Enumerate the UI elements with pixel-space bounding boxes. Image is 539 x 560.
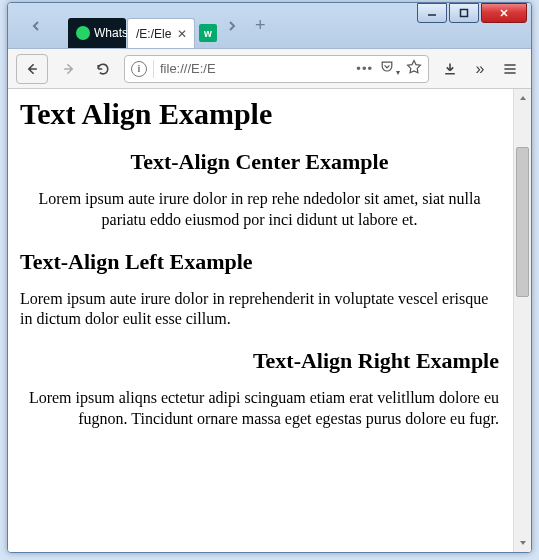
svg-rect-1 [461,10,468,17]
back-button[interactable] [16,54,48,84]
heading-left: Text-Align Left Example [20,249,499,275]
tab-w3schools[interactable]: w [196,18,220,48]
page-title: Text Align Example [20,97,499,131]
paragraph-right: Lorem ipsum aliqns ectetur adipi scingua… [20,388,499,430]
forward-button[interactable] [56,56,82,82]
url-text: file:///E:/E [160,61,350,76]
close-button[interactable] [481,3,527,23]
downloads-button[interactable] [437,56,463,82]
vertical-scrollbar[interactable] [513,89,531,552]
close-icon[interactable]: ✕ [177,27,187,41]
reload-button[interactable] [90,56,116,82]
tab-label: Whats [94,26,128,40]
bookmark-star-icon[interactable] [406,59,422,78]
scroll-thumb[interactable] [516,147,529,297]
scroll-track[interactable] [514,107,531,534]
chevron-left-icon[interactable] [29,19,43,33]
heading-center: Text-Align Center Example [20,149,499,175]
separator [153,60,154,78]
paragraph-center: Lorem ipsum aute irure dolor in rep rehe… [20,189,499,231]
new-tab-button[interactable]: + [249,15,272,36]
pocket-icon[interactable]: ▾ [379,59,400,78]
scroll-down-icon[interactable] [514,534,531,552]
site-info-icon[interactable]: i [131,61,147,77]
menu-button[interactable] [497,56,523,82]
tab-whatsapp[interactable]: Whats [68,18,126,48]
nav-toolbar: i file:///E:/E ••• ▾ » [8,49,531,89]
address-bar[interactable]: i file:///E:/E ••• ▾ [124,55,429,83]
page-viewport: Text Align Example Text-Align Center Exa… [8,89,531,552]
titlebar: Whats /E:/Ele ✕ w + [8,3,531,49]
window-controls [415,3,531,48]
minimize-button[interactable] [417,3,447,23]
tab-label: /E:/Ele [136,27,171,41]
whatsapp-icon [76,26,90,40]
paragraph-left: Lorem ipsum aute irure dolor in reprehen… [20,289,499,331]
toolbar-right: » [437,56,523,82]
overflow-button[interactable]: » [467,56,493,82]
tab-file-active[interactable]: /E:/Ele ✕ [127,18,195,48]
page-content: Text Align Example Text-Align Center Exa… [8,89,511,552]
maximize-button[interactable] [449,3,479,23]
page-actions-icon[interactable]: ••• [356,61,373,76]
tabstrip-scroll-controls [8,3,64,48]
tab-strip: Whats /E:/Ele ✕ w + [8,3,415,48]
w3schools-icon: w [199,24,217,42]
heading-right: Text-Align Right Example [20,348,499,374]
browser-window: Whats /E:/Ele ✕ w + [7,2,532,553]
chevron-right-icon[interactable] [225,19,239,33]
scroll-up-icon[interactable] [514,89,531,107]
